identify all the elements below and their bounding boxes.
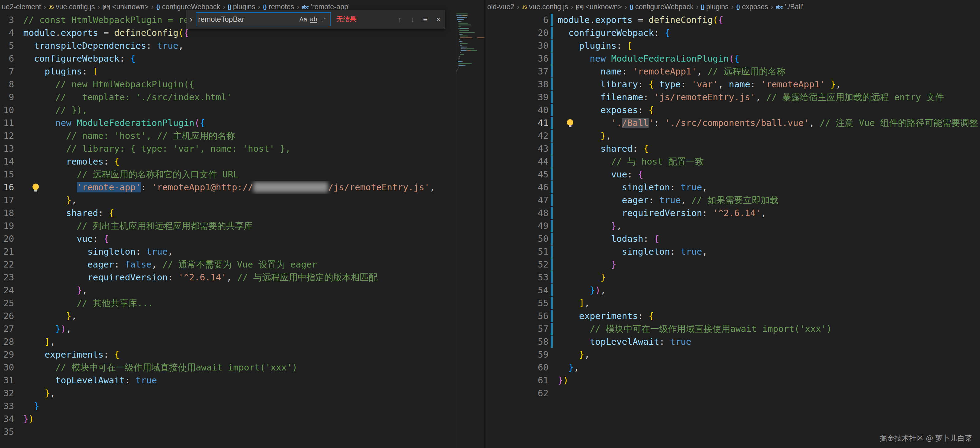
code-line-16[interactable]: 16 'remote-app': 'remoteApp1@http:// /js… — [0, 181, 485, 194]
breadcrumb-item-configurewebpack[interactable]: {}configureWebpack — [629, 3, 694, 11]
match-case-toggle[interactable]: Aa — [298, 14, 309, 24]
code-line-5[interactable]: 5 transpileDependencies: true, — [0, 39, 485, 52]
code-line-35[interactable]: 35 — [0, 425, 485, 438]
code-line-37[interactable]: 37 name: 'remoteApp1', // 远程应用的名称 — [485, 65, 980, 78]
code-line-41[interactable]: 41 './Ball': './src/components/ball.vue'… — [485, 116, 980, 129]
code-line-39[interactable]: 39 filename: 'js/remoteEntry.js', // 暴露给… — [485, 91, 980, 104]
code-line-59[interactable]: 59 }, — [485, 348, 980, 361]
breadcrumb-item-unknown[interactable]: [@]<unknown> — [576, 3, 622, 11]
regex-toggle[interactable]: .* — [319, 14, 329, 24]
code-line-51[interactable]: 51 singleton: true, — [485, 245, 980, 258]
breadcrumb-label: exposes — [742, 3, 768, 11]
code-line-14[interactable]: 14 remotes: { — [0, 155, 485, 168]
close-find-widget-button[interactable]: × — [432, 13, 445, 26]
whole-word-toggle[interactable]: ab — [309, 14, 319, 24]
code-line-42[interactable]: 42 }, — [485, 129, 980, 142]
breadcrumb-item-ball[interactable]: abc'./Ball' — [776, 3, 803, 11]
breadcrumb-separator-icon: › — [43, 3, 46, 11]
code-line-26[interactable]: 26 }, — [0, 309, 485, 322]
code-line-56[interactable]: 56 experiments: { — [485, 309, 980, 322]
lightbulb-icon[interactable] — [32, 183, 39, 190]
breadcrumb-item-vue-config-js[interactable]: JSvue.config.js — [522, 3, 568, 11]
code-line-36[interactable]: 36 new ModuleFederationPlugin({ — [485, 52, 980, 65]
code-line-12[interactable]: 12 // name: 'host', // 主机应用的名称 — [0, 129, 485, 142]
code-line-23[interactable]: 23 requiredVersion: '^2.6.14', // 与远程应用中… — [0, 271, 485, 284]
code-line-20[interactable]: 20 configureWebpack: { — [485, 26, 980, 39]
code-line-49[interactable]: 49 }, — [485, 219, 980, 232]
breadcrumb-item-exposes[interactable]: {}exposes — [736, 3, 768, 11]
code-line-38[interactable]: 38 library: { type: 'var', name: 'remote… — [485, 78, 980, 91]
code-line-60[interactable]: 60 }, — [485, 361, 980, 374]
code-line-43[interactable]: 43 shared: { — [485, 142, 980, 155]
code-text: configureWebpack: { — [19, 52, 136, 65]
code-line-48[interactable]: 48 requiredVersion: '^2.6.14', — [485, 207, 980, 219]
find-next-button[interactable]: ↓ — [406, 13, 419, 26]
gutter-decoration — [15, 425, 19, 438]
code-line-6[interactable]: 6module.exports = defineConfig({ — [485, 13, 980, 26]
code-line-46[interactable]: 46 singleton: true, — [485, 181, 980, 194]
code-line-32[interactable]: 32 }, — [0, 387, 485, 400]
code-editor-right[interactable]: 6module.exports = defineConfig({20 confi… — [485, 13, 980, 400]
code-editor-left[interactable]: 3// const HtmlWebpackPlugin = re4module.… — [0, 13, 485, 438]
code-line-52[interactable]: 52 } — [485, 258, 980, 271]
find-input[interactable] — [197, 15, 298, 24]
lightbulb-icon[interactable] — [567, 119, 573, 126]
code-line-7[interactable]: 7 plugins: [ — [0, 65, 485, 78]
code-line-62[interactable]: 62 — [485, 387, 980, 400]
code-text: // 与 host 配置一致 — [554, 155, 704, 168]
find-in-selection-button[interactable]: ≡ — [419, 13, 432, 26]
code-line-33[interactable]: 33 } — [0, 400, 485, 413]
code-line-25[interactable]: 25 // 其他共享库... — [0, 297, 485, 309]
code-line-45[interactable]: 45 vue: { — [485, 168, 980, 181]
minimap[interactable] — [456, 13, 485, 448]
line-number: 44 — [485, 155, 549, 168]
code-line-53[interactable]: 53 } — [485, 271, 980, 284]
code-line-58[interactable]: 58 topLevelAwait: true — [485, 335, 980, 348]
code-line-8[interactable]: 8 // new HtmlWebpackPlugin({ — [0, 78, 485, 91]
code-line-50[interactable]: 50 lodash: { — [485, 232, 980, 245]
code-line-54[interactable]: 54 }), — [485, 284, 980, 297]
code-line-9[interactable]: 9 // template: './src/index.html' — [0, 91, 485, 104]
code-line-30[interactable]: 30 plugins: [ — [485, 39, 980, 52]
breadcrumb-item-old-vue2[interactable]: old-vue2 — [487, 3, 514, 11]
breadcrumb-item-plugins[interactable]: []plugins — [701, 3, 729, 11]
line-number: 16 — [0, 181, 14, 194]
code-line-13[interactable]: 13 // library: { type: 'var', name: 'hos… — [0, 142, 485, 155]
code-line-15[interactable]: 15 // 远程应用的名称和它的入口文件 URL — [0, 168, 485, 181]
code-line-44[interactable]: 44 // 与 host 配置一致 — [485, 155, 980, 168]
code-line-40[interactable]: 40 exposes: { — [485, 104, 980, 116]
code-line-29[interactable]: 29 experiments: { — [0, 348, 485, 361]
code-line-22[interactable]: 22 eager: false, // 通常不需要为 Vue 设置为 eager — [0, 258, 485, 271]
code-line-47[interactable]: 47 eager: true, // 如果需要立即加载 — [485, 194, 980, 207]
code-line-57[interactable]: 57 // 模块中可在一级作用域直接使用await import('xxx') — [485, 322, 980, 335]
modified-gutter-indicator — [550, 26, 554, 39]
find-previous-button[interactable]: ↑ — [393, 13, 406, 26]
minimap-line — [456, 65, 485, 66]
toggle-replace-button[interactable]: › — [187, 10, 196, 29]
code-text: plugins: [ — [554, 39, 632, 52]
breadcrumb-item-unknown[interactable]: [@]<unknown> — [102, 3, 148, 11]
code-line-20[interactable]: 20 vue: { — [0, 232, 485, 245]
code-line-21[interactable]: 21 singleton: true, — [0, 245, 485, 258]
code-line-6[interactable]: 6 configureWebpack: { — [0, 52, 485, 65]
breadcrumb-item-vue-config-js[interactable]: JSvue.config.js — [49, 3, 95, 11]
code-line-31[interactable]: 31 topLevelAwait: true — [0, 374, 485, 387]
code-text: shared: { — [554, 142, 649, 155]
code-line-10[interactable]: 10 // }), — [0, 104, 485, 116]
breadcrumb-label: vue.config.js — [529, 3, 568, 11]
code-line-17[interactable]: 17 }, — [0, 194, 485, 207]
line-number: 51 — [485, 245, 549, 258]
breadcrumb-item-ue2-element[interactable]: ue2-element — [2, 3, 41, 11]
code-line-28[interactable]: 28 ], — [0, 335, 485, 348]
code-line-11[interactable]: 11 new ModuleFederationPlugin({ — [0, 116, 485, 129]
code-line-30[interactable]: 30 // 模块中可在一级作用域直接使用await import('xxx') — [0, 361, 485, 374]
code-line-55[interactable]: 55 ], — [485, 297, 980, 309]
code-line-19[interactable]: 19 // 列出主机应用和远程应用都需要的共享库 — [0, 219, 485, 232]
gutter-decoration — [15, 116, 19, 129]
code-line-27[interactable]: 27 }), — [0, 322, 485, 335]
code-line-34[interactable]: 34}) — [0, 413, 485, 425]
code-line-18[interactable]: 18 shared: { — [0, 207, 485, 219]
code-line-24[interactable]: 24 }, — [0, 284, 485, 297]
modified-gutter-indicator — [550, 52, 554, 65]
code-line-61[interactable]: 61}) — [485, 374, 980, 387]
